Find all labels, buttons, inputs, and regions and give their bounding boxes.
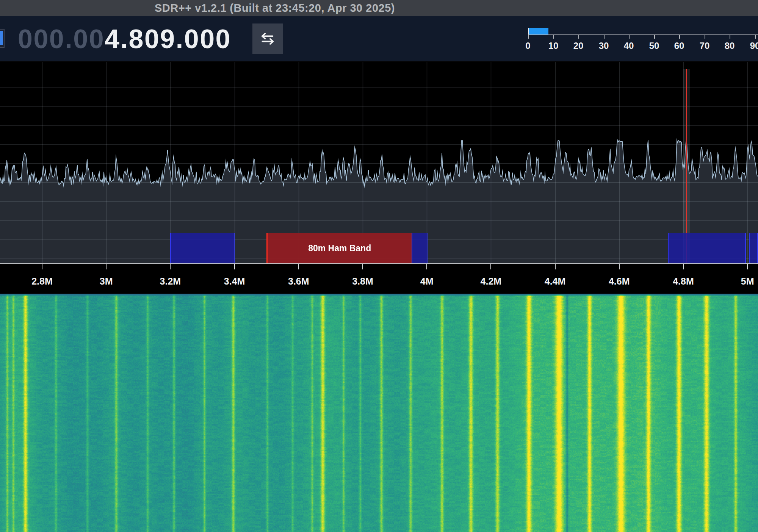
snr-tick-label: 10 xyxy=(542,41,565,51)
freq-tick-label: 4.2M xyxy=(472,276,510,287)
freq-tick xyxy=(683,264,684,269)
freq-tick-label: 5M xyxy=(728,276,758,287)
snr-tick xyxy=(528,35,529,39)
snr-tick-label: 40 xyxy=(617,41,640,51)
freq-tick-label: 3M xyxy=(87,276,125,287)
frequency-leading-zeros: 000.00 xyxy=(18,24,105,54)
freq-tick xyxy=(298,264,299,269)
snr-tick xyxy=(604,35,605,39)
window-title: SDR++ v1.2.1 (Built at 23:45:20, Apr 30 … xyxy=(0,0,550,16)
freq-tick-label: 4.8M xyxy=(664,276,702,287)
freq-tick xyxy=(619,264,620,269)
title-bar: SDR++ v1.2.1 (Built at 23:45:20, Apr 30 … xyxy=(0,0,758,16)
frequency-display[interactable]: 000.004.809.000 xyxy=(18,23,231,55)
clipped-button-fragment[interactable] xyxy=(0,29,5,48)
bandplan-band-broadcast-2[interactable] xyxy=(412,233,427,263)
freq-tick xyxy=(490,264,491,269)
snr-tick xyxy=(553,35,554,39)
bandplan-band-broadcast-0[interactable] xyxy=(170,233,234,263)
waterfall-display[interactable] xyxy=(0,294,758,532)
freq-tick xyxy=(106,264,106,269)
bandplan-band-80m-ham-band[interactable]: 80m Ham Band xyxy=(266,233,412,263)
frequency-axis[interactable]: 2.8M3M3.2M3.4M3.6M3.8M4M4.2M4.4M4.6M4.8M… xyxy=(0,263,758,294)
band-label: 80m Ham Band xyxy=(308,243,371,253)
snr-tick-label: 30 xyxy=(592,41,615,51)
freq-tick-label: 4.6M xyxy=(600,276,638,287)
snr-meter-bar xyxy=(528,28,548,34)
swap-arrows-icon xyxy=(259,30,276,48)
frequency-swap-button[interactable] xyxy=(252,23,283,54)
snr-tick xyxy=(629,35,630,39)
freq-tick xyxy=(426,264,427,269)
freq-tick-label: 3.2M xyxy=(151,276,189,287)
snr-tick xyxy=(730,35,730,39)
freq-tick-label: 2.8M xyxy=(23,276,61,287)
snr-tick-label: 90 xyxy=(744,41,758,51)
freq-tick-label: 3.4M xyxy=(216,276,254,287)
bandplan-band-broadcast-4[interactable] xyxy=(749,233,758,263)
freq-tick-label: 4M xyxy=(408,276,446,287)
snr-tick-label: 70 xyxy=(693,41,716,51)
sdrpp-window: SDR++ v1.2.1 (Built at 23:45:20, Apr 30 … xyxy=(0,0,758,532)
freq-tick xyxy=(170,264,171,269)
bandplan-band-broadcast-3[interactable] xyxy=(668,233,746,263)
snr-tick xyxy=(679,35,680,39)
snr-tick xyxy=(705,35,705,39)
snr-tick-label: 0 xyxy=(517,41,539,51)
snr-tick-label: 80 xyxy=(718,41,741,51)
freq-tick xyxy=(234,264,235,269)
snr-meter: 0102030405060708090 xyxy=(528,28,758,55)
snr-tick-label: 60 xyxy=(668,41,691,51)
freq-tick xyxy=(555,264,556,269)
snr-tick xyxy=(654,35,655,39)
top-bar: 000.004.809.000 0102030405060708090 xyxy=(0,16,758,62)
snr-tick xyxy=(578,35,579,39)
freq-tick xyxy=(747,264,748,269)
freq-tick-label: 3.8M xyxy=(344,276,382,287)
freq-tick-label: 4.4M xyxy=(536,276,574,287)
freq-tick xyxy=(42,264,42,269)
snr-tick-label: 20 xyxy=(567,41,590,51)
freq-tick-label: 3.6M xyxy=(280,276,318,287)
frequency-axis-line xyxy=(0,263,758,264)
bandplan-overlay: 80m Ham Band xyxy=(0,233,758,263)
frequency-active-digits: 4.809.000 xyxy=(105,24,231,54)
snr-tick-label: 50 xyxy=(643,41,666,51)
freq-tick xyxy=(362,264,363,269)
clipped-button-accent xyxy=(0,31,3,45)
snr-meter-scale-line xyxy=(528,34,758,35)
snr-tick xyxy=(755,35,756,39)
